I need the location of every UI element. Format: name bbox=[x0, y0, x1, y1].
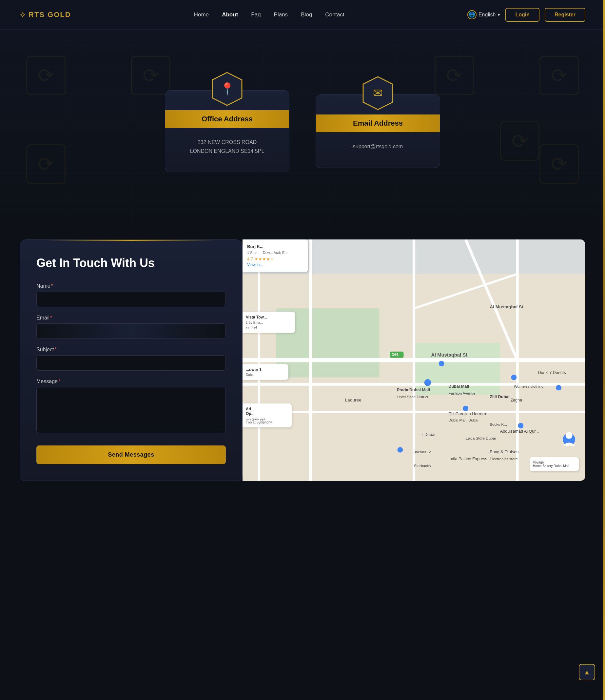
email-hexagon: ✉ bbox=[360, 75, 396, 111]
svg-text:Zilli Dubai: Zilli Dubai bbox=[490, 395, 509, 399]
name-required: * bbox=[51, 283, 53, 289]
language-selector[interactable]: 🌐 English ▾ bbox=[467, 10, 500, 19]
svg-text:Books K...: Books K... bbox=[490, 423, 507, 426]
svg-text:Al Mustaqbal St: Al Mustaqbal St bbox=[431, 352, 467, 357]
svg-text:Starbucks: Starbucks bbox=[414, 464, 431, 468]
map-sidebar-4-text: هوم مطبخ دبيTwo at Symphony bbox=[246, 417, 288, 424]
svg-text:Dubai Mall: Dubai Mall bbox=[448, 384, 469, 389]
watermark-logo-1: ⟳ bbox=[26, 56, 65, 95]
navbar-right: 🌐 English ▾ Login Register bbox=[467, 8, 585, 22]
email-field-group: Email* bbox=[36, 315, 226, 339]
message-input[interactable] bbox=[36, 387, 226, 433]
name-label: Name* bbox=[36, 283, 226, 289]
email-title-bar: Email Address bbox=[316, 115, 440, 132]
subject-input[interactable] bbox=[36, 355, 226, 371]
email-label: Email* bbox=[36, 315, 226, 321]
map-sidebar-2: Vista Tow... 1 By Ema...إع 1 إجع bbox=[242, 311, 295, 333]
map-sidebar-4: Ad...Op... هوم مطبخ دبيTwo at Symphony bbox=[242, 403, 292, 427]
nav-faq[interactable]: Faq bbox=[251, 11, 261, 18]
svg-text:Dunkin' Donuts: Dunkin' Donuts bbox=[538, 370, 566, 375]
office-line1: 232 NEW CROSS ROAD bbox=[190, 138, 264, 147]
office-line2: LONDON ENGLAND SE14 5PL bbox=[190, 147, 264, 155]
login-button[interactable]: Login bbox=[505, 8, 540, 22]
map-container[interactable]: Al Mustaqbal St Al Mustaqbal St Laduree … bbox=[242, 240, 585, 481]
svg-text:Abdulsamad Al Qur...: Abdulsamad Al Qur... bbox=[500, 429, 539, 434]
svg-text:Laduree: Laduree bbox=[345, 398, 362, 402]
watermark-logo-5: ⟳ bbox=[26, 144, 65, 184]
email-required: * bbox=[50, 315, 52, 321]
email-hex-wrapper: ✉ bbox=[360, 75, 396, 111]
name-input[interactable] bbox=[36, 292, 226, 307]
form-title: Get In Touch With Us bbox=[36, 256, 226, 270]
svg-text:India Palace Express: India Palace Express bbox=[448, 457, 487, 461]
scroll-top-button[interactable]: ▲ bbox=[579, 664, 595, 680]
email-line1: support@rtsgold.com bbox=[353, 142, 403, 151]
svg-text:T Dubai: T Dubai bbox=[421, 432, 435, 437]
svg-text:Women's clothing: Women's clothing bbox=[514, 384, 544, 389]
svg-text:Prada Dubai Mall: Prada Dubai Mall bbox=[397, 388, 430, 392]
message-field-group: Message* bbox=[36, 378, 226, 434]
watermark-logo-6: ⟳ bbox=[540, 144, 579, 184]
map-panel[interactable]: Al Mustaqbal St Al Mustaqbal St Laduree … bbox=[242, 240, 585, 481]
nav-about[interactable]: About bbox=[222, 11, 238, 18]
message-label: Message* bbox=[36, 378, 226, 384]
email-input[interactable] bbox=[36, 323, 226, 339]
map-view-link[interactable]: View la... bbox=[247, 262, 263, 267]
language-label: English bbox=[478, 12, 496, 18]
email-body: support@rtsgold.com bbox=[343, 132, 413, 154]
svg-text:Dubai Mall, Dubai: Dubai Mall, Dubai bbox=[448, 418, 478, 422]
office-hexagon: 📍 bbox=[209, 71, 245, 107]
svg-point-42 bbox=[556, 385, 561, 391]
map-sidebar-3-title: ...ower 1 bbox=[246, 367, 285, 372]
svg-text:CH Carolina Herrera: CH Carolina Herrera bbox=[448, 412, 486, 416]
contact-form-panel: Get In Touch With Us Name* Email* Subjec… bbox=[20, 240, 242, 481]
logo[interactable]: ⟡ RTS GOLD bbox=[20, 9, 71, 20]
map-sidebar-title: Burj K... bbox=[247, 244, 304, 249]
logo-text: RTS GOLD bbox=[28, 10, 71, 19]
gold-border bbox=[603, 0, 605, 700]
svg-point-37 bbox=[424, 379, 431, 386]
watermark-logo-2: ⟳ bbox=[131, 56, 170, 95]
subject-label: Subject* bbox=[36, 347, 226, 353]
svg-text:Bang & Olufsen: Bang & Olufsen bbox=[490, 450, 519, 454]
nav-home[interactable]: Home bbox=[194, 11, 209, 18]
svg-text:Fashion Avenue: Fashion Avenue bbox=[448, 391, 476, 395]
map-sidebar: Burj K... 1 She... - Dow... Arab E... 4.… bbox=[242, 240, 308, 272]
map-stars: 4.7 ★★★★☆ bbox=[247, 256, 304, 261]
svg-text:Al Mustaqbal St: Al Mustaqbal St bbox=[490, 304, 523, 309]
nav-plans[interactable]: Plans bbox=[274, 11, 288, 18]
contact-section: Get In Touch With Us Name* Email* Subjec… bbox=[0, 226, 605, 501]
register-button[interactable]: Register bbox=[545, 8, 585, 22]
email-icon: ✉ bbox=[373, 86, 383, 100]
nav-blog[interactable]: Blog bbox=[301, 11, 312, 18]
svg-text:Zegna: Zegna bbox=[510, 398, 522, 402]
chevron-down-icon: ▾ bbox=[498, 11, 500, 18]
watermark-logo-8: ⟳ bbox=[500, 121, 540, 161]
office-title-bar: Office Address bbox=[165, 110, 289, 128]
nav-links: Home About Faq Plans Blog Contact bbox=[194, 11, 344, 18]
email-title: Email Address bbox=[353, 119, 403, 127]
watermark-logo-4: ⟳ bbox=[540, 56, 579, 95]
name-field-group: Name* bbox=[36, 283, 226, 307]
map-sidebar-4-title: Ad...Op... bbox=[246, 407, 288, 416]
svg-text:Jacob&Co: Jacob&Co bbox=[414, 450, 431, 454]
svg-point-43 bbox=[518, 423, 524, 428]
location-icon: 📍 bbox=[220, 82, 235, 96]
hero-section: ⟳ ⟳ ⟳ ⟳ ⟳ ⟳ ⟳ ⟳ 📍 Office Address 232 NEW… bbox=[0, 29, 605, 226]
map-sidebar-desc: 1 She... - Dow... Arab E... bbox=[247, 250, 304, 255]
svg-text:Electronics store: Electronics store bbox=[490, 457, 518, 461]
office-title: Office Address bbox=[202, 115, 253, 123]
send-button[interactable]: Send Messages bbox=[36, 446, 226, 464]
map-sidebar-3: ...ower 1 Dubai bbox=[242, 364, 288, 380]
map-sidebar-2-title: Vista Tow... bbox=[246, 315, 292, 320]
logo-icon: ⟡ bbox=[20, 9, 26, 20]
globe-icon: 🌐 bbox=[467, 10, 476, 19]
svg-point-40 bbox=[463, 406, 468, 411]
navbar: ⟡ RTS GOLD Home About Faq Plans Blog Con… bbox=[0, 0, 605, 29]
subject-required: * bbox=[54, 347, 56, 352]
nav-contact[interactable]: Contact bbox=[325, 11, 344, 18]
svg-point-38 bbox=[439, 361, 444, 367]
svg-point-41 bbox=[398, 447, 403, 453]
subject-field-group: Subject* bbox=[36, 347, 226, 371]
svg-point-39 bbox=[511, 375, 517, 380]
